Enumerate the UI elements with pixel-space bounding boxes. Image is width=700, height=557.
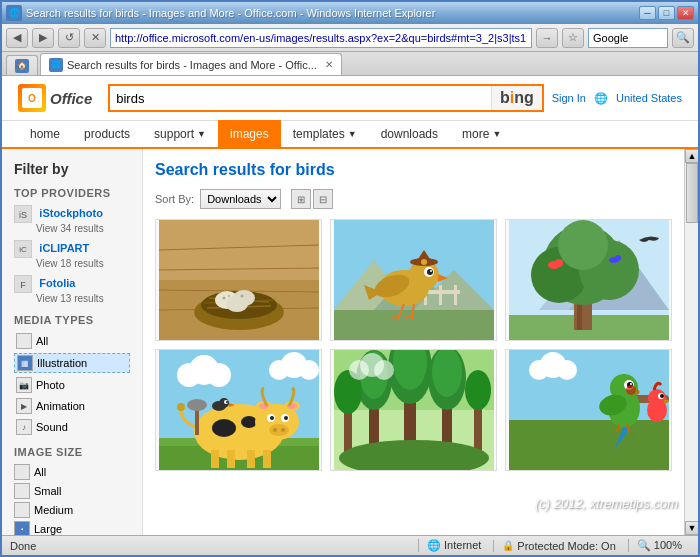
size-large[interactable]: ▪ Large: [14, 521, 130, 535]
media-sound[interactable]: ♪ Sound: [14, 418, 130, 436]
svg-point-29: [427, 269, 433, 275]
image-3: [506, 220, 671, 340]
media-photo[interactable]: 📷 Photo: [14, 376, 130, 394]
tab-birds[interactable]: 🌐 Search results for birds - Images and …: [40, 53, 342, 75]
nav-images[interactable]: images: [218, 120, 281, 148]
size-large-icon: ▪: [14, 521, 30, 535]
image-cell-2[interactable]: [330, 219, 497, 341]
media-animation[interactable]: ▶ Animation: [14, 397, 130, 415]
media-all[interactable]: All: [14, 332, 130, 350]
svg-point-77: [284, 416, 288, 420]
search-button[interactable]: 🔍: [672, 28, 694, 48]
top-providers-title: TOP PROVIDERS: [14, 187, 130, 199]
region-link[interactable]: United States: [616, 92, 682, 104]
more-arrow-icon: ▼: [492, 129, 501, 139]
results-area: Search results for birds Sort By: Downlo…: [142, 149, 684, 535]
list-view-button[interactable]: ⊟: [313, 189, 333, 209]
scrollbar[interactable]: ▲ ▼: [684, 149, 698, 535]
provider-istockphoto[interactable]: iS iStockphoto View 34 results: [14, 205, 130, 234]
scroll-down-button[interactable]: ▼: [685, 521, 698, 535]
stop-button[interactable]: ✕: [84, 28, 106, 48]
go-button[interactable]: →: [536, 28, 558, 48]
provider-fotolia[interactable]: F Fotolia View 13 results: [14, 275, 130, 304]
svg-point-90: [177, 403, 185, 411]
image-5: [331, 350, 496, 470]
image-cell-6[interactable]: [505, 349, 672, 471]
image-cell-4[interactable]: [155, 349, 322, 471]
tab-close-button[interactable]: ✕: [325, 59, 333, 70]
image-cell-1[interactable]: [155, 219, 322, 341]
provider-iclipart[interactable]: iC iCLIPART View 18 results: [14, 240, 130, 269]
nav-downloads[interactable]: downloads: [369, 120, 450, 148]
bing-text: bing: [500, 89, 534, 107]
svg-point-132: [660, 394, 664, 398]
image-2: [331, 220, 496, 340]
image-grid: [155, 219, 672, 471]
window-title: Search results for birds - Images and Mo…: [26, 7, 635, 19]
tabs-bar: 🏠 🌐 Search results for birds - Images an…: [2, 52, 698, 76]
iclipart-count: View 18 results: [36, 258, 130, 269]
office-search-container: bing: [108, 84, 543, 112]
size-medium-label: Medium: [34, 504, 73, 516]
maximize-button[interactable]: □: [658, 6, 675, 20]
address-input[interactable]: [110, 28, 532, 48]
zone-icon: 🌐: [427, 539, 441, 551]
sign-in-link[interactable]: Sign In: [552, 92, 586, 104]
media-illustration[interactable]: ▦ Illustration: [14, 353, 130, 373]
results-area-wrapper: Search results for birds Sort By: Downlo…: [142, 149, 698, 535]
svg-rect-86: [211, 450, 219, 468]
sort-label: Sort By:: [155, 193, 194, 205]
nav-home[interactable]: home: [18, 120, 72, 148]
results-title-prefix: Search results for: [155, 161, 296, 178]
forward-button[interactable]: ▶: [32, 28, 54, 48]
nav-more[interactable]: more ▼: [450, 120, 513, 148]
size-small[interactable]: Small: [14, 483, 130, 499]
address-bar: ◀ ▶ ↺ ✕ → ☆ 🔍: [2, 24, 698, 52]
office-logo-text: Office: [50, 90, 92, 107]
nav-products[interactable]: products: [72, 120, 142, 148]
image-1: [156, 220, 321, 340]
svg-point-123: [626, 385, 636, 395]
svg-point-122: [630, 383, 632, 385]
nav-support[interactable]: support ▼: [142, 120, 218, 148]
svg-point-68: [241, 416, 257, 428]
size-small-icon: [14, 483, 30, 499]
image-cell-3[interactable]: [505, 219, 672, 341]
zoom-text: 100%: [654, 539, 682, 551]
scroll-thumb[interactable]: [686, 163, 698, 223]
svg-point-78: [269, 424, 289, 436]
close-button[interactable]: ✕: [677, 6, 694, 20]
new-tab[interactable]: 🏠: [6, 55, 38, 75]
protected-text: Protected Mode: On: [517, 540, 615, 552]
image-cell-5[interactable]: [330, 349, 497, 471]
svg-point-15: [228, 295, 230, 297]
size-medium[interactable]: Medium: [14, 502, 130, 518]
svg-point-76: [270, 416, 274, 420]
status-zone: 🌐 Internet: [418, 539, 489, 552]
favorites-button[interactable]: ☆: [562, 28, 584, 48]
office-logo-inner: O: [22, 88, 42, 108]
minimize-button[interactable]: ─: [639, 6, 656, 20]
svg-rect-87: [227, 450, 235, 468]
media-types-title: MEDIA TYPES: [14, 314, 130, 326]
zoom-icon: 🔍: [637, 539, 651, 551]
size-medium-icon: [14, 502, 30, 518]
filter-title: Filter by: [14, 161, 130, 177]
refresh-button[interactable]: ↺: [58, 28, 80, 48]
sort-select[interactable]: Downloads Newest Oldest: [200, 189, 281, 209]
nav-menu: home products support ▼ images templates…: [2, 121, 698, 149]
nav-templates[interactable]: templates ▼: [281, 120, 369, 148]
tab-favicon-birds: 🌐: [49, 58, 63, 72]
istockphoto-name: iStockphoto: [39, 207, 103, 219]
scroll-track-area[interactable]: [685, 223, 698, 521]
size-all[interactable]: All: [14, 464, 130, 480]
results-header: Search results for birds: [155, 161, 672, 179]
office-search-input[interactable]: [110, 86, 491, 110]
scroll-up-button[interactable]: ▲: [685, 149, 698, 163]
grid-view-button[interactable]: ⊞: [291, 189, 311, 209]
back-button[interactable]: ◀: [6, 28, 28, 48]
svg-point-52: [558, 220, 608, 270]
svg-point-107: [465, 370, 491, 410]
search-box[interactable]: [588, 28, 668, 48]
svg-rect-23: [439, 285, 442, 305]
